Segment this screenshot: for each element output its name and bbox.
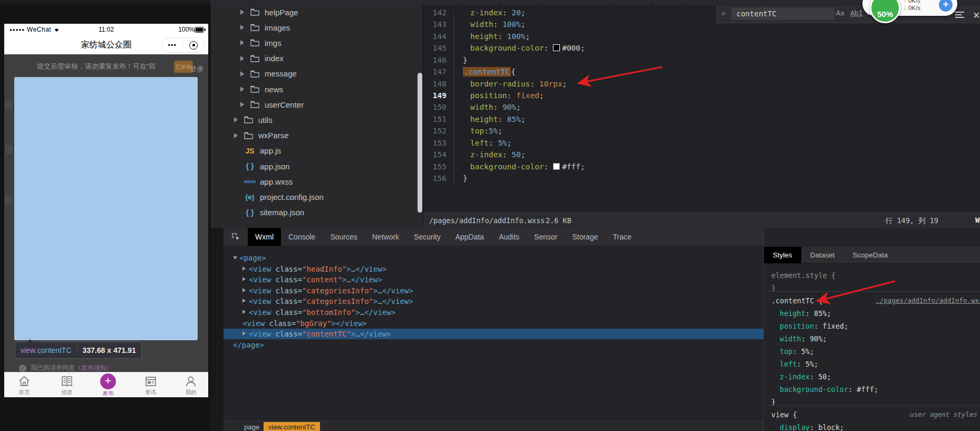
chevron-right-icon[interactable] <box>242 299 246 303</box>
code-line-145[interactable]: 145background-color: #000; <box>423 42 980 54</box>
code-text: background-color: #fff; <box>470 161 585 173</box>
tree-folder-message[interactable]: message <box>211 68 453 80</box>
chevron-right-icon[interactable] <box>242 266 246 271</box>
tab-console[interactable]: Console <box>281 228 323 246</box>
contenttc-rule-selector[interactable]: .contentTC {./pages/addInfo/addInfo.wxss <box>764 294 980 307</box>
styles-tab-styles[interactable]: Styles <box>764 247 801 263</box>
style-property[interactable]: top: 5%; <box>764 345 980 358</box>
style-property[interactable]: background-color: #fff; <box>764 383 980 396</box>
style-property[interactable]: z-index: 50; <box>764 370 980 383</box>
chevron-right-icon[interactable] <box>240 102 244 107</box>
tab-wxml[interactable]: Wxml <box>248 228 281 246</box>
wxml-node[interactable]: <view class="bottomInfo">…</view> <box>224 307 763 318</box>
tab-audits[interactable]: Audits <box>491 228 527 246</box>
code-line-151[interactable]: 151height: 85%; <box>423 113 980 125</box>
tab-appdata[interactable]: AppData <box>448 228 491 246</box>
close-icon[interactable]: ✕ <box>973 10 980 21</box>
code-line-146[interactable]: 146} <box>423 54 980 66</box>
element-style-open[interactable]: element.style { <box>764 269 980 282</box>
tab-sensor[interactable]: Sensor <box>527 228 565 246</box>
code-line-144[interactable]: 144height: 100%; <box>423 31 980 42</box>
tree-folder-userCenter[interactable]: userCenter <box>211 99 453 110</box>
code-line-156[interactable]: 156} <box>423 173 980 184</box>
tree-folder-imgs[interactable]: imgs <box>211 37 453 49</box>
wxml-node[interactable]: <view class="categoriesInfo">…</view> <box>224 285 763 296</box>
chevron-right-icon[interactable] <box>240 71 244 76</box>
chevron-right-icon[interactable] <box>240 25 244 30</box>
breadcrumb-selected[interactable]: view.contentTC <box>264 422 320 431</box>
tree-item-label: index <box>265 54 284 63</box>
styles-tab-dataset[interactable]: Dataset <box>801 247 844 263</box>
tree-folder-images[interactable]: images <box>211 22 453 33</box>
code-editor-panel[interactable]: 142z-index: 20;143width: 100%;144height:… <box>423 5 980 228</box>
tree-folder-wxParse[interactable]: wxParse <box>211 130 447 141</box>
rule-source-link[interactable]: ./pages/addInfo/addInfo.wxss <box>876 294 980 307</box>
wxml-node[interactable]: <view class="content">…</view> <box>224 274 763 285</box>
tabbar-item-信息[interactable]: 信息 <box>51 373 83 396</box>
code-line-153[interactable]: 153left: 5%; <box>423 137 980 149</box>
tree-folder-helpPage[interactable]: helpPage <box>211 6 453 18</box>
search-expander-icon[interactable]: ▷ <box>722 9 726 17</box>
file-tree-scrollbar[interactable] <box>418 73 422 213</box>
chevron-right-icon[interactable] <box>240 56 244 61</box>
code-line-149[interactable]: 149position: fixed; <box>423 90 980 101</box>
contenttc-modal-view[interactable] <box>14 77 198 340</box>
more-menu-icon[interactable]: ••• <box>162 41 183 49</box>
chevron-right-icon[interactable] <box>242 310 246 314</box>
chevron-down-icon[interactable] <box>233 256 237 260</box>
chevron-right-icon[interactable] <box>240 40 244 45</box>
tabbar-item-首页[interactable]: 首页 <box>8 373 40 396</box>
chevron-right-icon[interactable] <box>242 288 246 292</box>
color-swatch-white[interactable] <box>553 163 560 170</box>
debugger-panel: WxmlConsoleSourcesNetworkSecurityAppData… <box>224 228 980 431</box>
match-case-icon[interactable]: Aa <box>836 9 845 17</box>
style-property[interactable]: left: 5%; <box>764 358 980 370</box>
code-line-148[interactable]: 148border-radius: 10rpx; <box>423 78 980 90</box>
tab-storage[interactable]: Storage <box>565 228 605 246</box>
code-line-155[interactable]: 155background-color: #fff; <box>423 161 980 173</box>
tabbar-item-资讯[interactable]: 资讯 <box>135 373 167 396</box>
capsule-buttons[interactable]: ••• <box>161 37 205 53</box>
chevron-right-icon[interactable] <box>234 117 238 122</box>
chevron-right-icon[interactable] <box>234 133 238 138</box>
code-line-152[interactable]: 152top:5%; <box>423 125 980 137</box>
style-property[interactable]: width: 90%; <box>764 332 980 345</box>
inspect-element-button[interactable] <box>224 228 248 246</box>
breadcrumb-page[interactable]: page <box>244 423 259 431</box>
tab-network[interactable]: Network <box>365 228 406 246</box>
tab-security[interactable]: Security <box>406 228 448 246</box>
wxml-node[interactable]: <page> <box>224 253 763 263</box>
wxml-node-selected[interactable]: <view class="contentTC">…</view> <box>224 329 763 339</box>
styles-tab-scopedata[interactable]: ScopeData <box>843 247 897 263</box>
checkbox-check-icon[interactable]: ✓ <box>19 365 26 372</box>
color-swatch-black[interactable] <box>553 44 560 51</box>
agreement-link[interactable]: 《发布须知》 <box>75 363 113 372</box>
tree-folder-index[interactable]: index <box>211 53 453 64</box>
log-panel-icon[interactable] <box>955 12 965 20</box>
code-line-147[interactable]: 147.contentTC{ <box>423 66 980 78</box>
chevron-right-icon[interactable] <box>242 331 246 336</box>
wxml-node[interactable]: <view class="bgGray"></view> <box>224 318 763 329</box>
whole-word-icon[interactable]: AbI <box>850 9 862 17</box>
search-input[interactable]: contentTC <box>731 7 835 20</box>
tab-sources[interactable]: Sources <box>323 228 364 246</box>
code-line-150[interactable]: 150width: 90%; <box>423 101 980 113</box>
line-number: 153 <box>423 137 447 149</box>
tabbar-item-发布[interactable]: +发布 <box>92 373 124 397</box>
wxml-node[interactable]: <view class="categoriesInfo">…</view> <box>224 296 763 307</box>
chevron-right-icon[interactable] <box>240 87 244 92</box>
tree-item-label: images <box>265 23 290 32</box>
tabbar-item-我的[interactable]: 我的 <box>175 373 207 396</box>
close-minimize-icon[interactable] <box>183 41 205 50</box>
chevron-right-icon[interactable] <box>240 9 244 15</box>
wxml-node[interactable]: <view class="headInfo">…</view> <box>224 264 763 274</box>
style-property[interactable]: position: fixed; <box>764 320 980 332</box>
style-property[interactable]: height: 85%; <box>764 307 980 320</box>
tab-trace[interactable]: Trace <box>605 228 638 246</box>
wxml-node[interactable]: </page> <box>224 340 763 350</box>
tree-folder-utils[interactable]: utils <box>211 114 447 126</box>
code-line-154[interactable]: 154z-index: 50; <box>423 149 980 160</box>
tree-item-label: utils <box>258 116 273 124</box>
chevron-right-icon[interactable] <box>242 277 246 281</box>
tree-folder-news[interactable]: news <box>211 83 453 95</box>
